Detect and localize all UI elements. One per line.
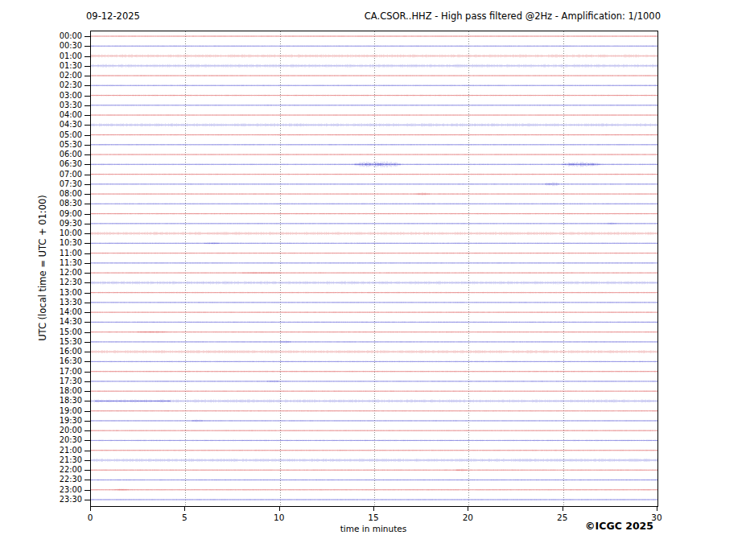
y-tick-label: 22:00 bbox=[2, 465, 82, 475]
x-tick-label: 25 bbox=[557, 513, 567, 522]
y-tick-mark bbox=[84, 66, 90, 67]
y-tick-mark bbox=[84, 293, 90, 294]
y-tick-mark bbox=[84, 430, 90, 431]
x-tick-mark bbox=[563, 506, 563, 511]
y-tick-mark bbox=[84, 154, 90, 155]
x-tick-label: 10 bbox=[274, 513, 284, 522]
y-tick-label: 15:00 bbox=[2, 327, 82, 337]
y-tick-label: 15:30 bbox=[2, 337, 82, 347]
y-tick-mark bbox=[84, 36, 90, 37]
y-tick-mark bbox=[84, 56, 90, 57]
y-tick-mark bbox=[84, 263, 90, 264]
y-tick-mark bbox=[84, 303, 90, 303]
plot-title: CA.CSOR..HHZ - High pass filtered @2Hz -… bbox=[365, 10, 661, 22]
y-tick-mark bbox=[84, 224, 90, 224]
x-tick-mark bbox=[657, 506, 657, 511]
x-tick-mark bbox=[90, 506, 91, 511]
y-tick-mark bbox=[84, 361, 90, 362]
y-tick-label: 09:30 bbox=[2, 219, 82, 229]
date-label: 09-12-2025 bbox=[86, 10, 140, 22]
y-tick-label: 04:00 bbox=[2, 110, 82, 120]
y-tick-mark bbox=[84, 490, 90, 491]
y-tick-label: 21:00 bbox=[2, 446, 82, 455]
y-tick-label: 19:30 bbox=[2, 416, 82, 426]
x-tick-mark bbox=[184, 506, 185, 511]
y-tick-mark bbox=[84, 391, 90, 392]
y-tick-mark bbox=[84, 421, 90, 422]
y-tick-label: 13:00 bbox=[2, 288, 82, 298]
y-tick-mark bbox=[84, 76, 90, 76]
y-tick-label: 20:00 bbox=[2, 426, 82, 435]
y-tick-mark bbox=[84, 243, 90, 244]
y-tick-mark bbox=[84, 322, 90, 323]
y-tick-label: 07:00 bbox=[2, 170, 82, 179]
y-tick-mark bbox=[84, 175, 90, 175]
x-tick-mark bbox=[279, 506, 280, 511]
y-tick-label: 02:00 bbox=[2, 71, 82, 80]
y-tick-label: 01:30 bbox=[2, 61, 82, 71]
y-tick-label: 17:30 bbox=[2, 377, 82, 386]
y-tick-mark bbox=[84, 273, 90, 274]
y-tick-mark bbox=[84, 233, 90, 234]
y-tick-mark bbox=[84, 381, 90, 382]
y-tick-label: 21:30 bbox=[2, 455, 82, 465]
y-tick-label: 06:00 bbox=[2, 150, 82, 159]
seismogram-traces-canvas bbox=[91, 31, 657, 506]
y-tick-mark bbox=[84, 411, 90, 412]
y-tick-label: 05:30 bbox=[2, 140, 82, 150]
y-tick-label: 06:30 bbox=[2, 159, 82, 169]
y-tick-label: 12:30 bbox=[2, 278, 82, 287]
y-tick-label: 00:30 bbox=[2, 41, 82, 51]
plot-area bbox=[90, 31, 658, 507]
x-axis-title: time in minutes bbox=[340, 524, 406, 533]
y-tick-label: 13:30 bbox=[2, 298, 82, 307]
y-tick-mark bbox=[84, 440, 90, 441]
y-tick-label: 12:00 bbox=[2, 268, 82, 278]
y-tick-mark bbox=[84, 352, 90, 352]
y-tick-label: 00:00 bbox=[2, 31, 82, 41]
y-tick-mark bbox=[84, 204, 90, 204]
y-tick-label: 10:00 bbox=[2, 229, 82, 238]
x-tick-label: 15 bbox=[368, 513, 378, 522]
y-tick-label: 23:30 bbox=[2, 495, 82, 504]
x-tick-label: 5 bbox=[182, 513, 188, 522]
y-tick-label: 08:30 bbox=[2, 199, 82, 208]
y-tick-label: 05:00 bbox=[2, 130, 82, 140]
y-tick-mark bbox=[84, 451, 90, 451]
y-tick-label: 09:00 bbox=[2, 209, 82, 219]
y-tick-mark bbox=[84, 253, 90, 254]
y-tick-label: 08:00 bbox=[2, 189, 82, 199]
y-tick-label: 19:00 bbox=[2, 406, 82, 416]
y-tick-mark bbox=[84, 480, 90, 480]
y-tick-mark bbox=[84, 470, 90, 471]
y-tick-label: 22:30 bbox=[2, 475, 82, 484]
y-tick-mark bbox=[84, 85, 90, 86]
y-tick-label: 11:30 bbox=[2, 258, 82, 268]
y-tick-mark bbox=[84, 145, 90, 146]
y-tick-label: 04:30 bbox=[2, 120, 82, 130]
y-tick-label: 20:30 bbox=[2, 435, 82, 445]
x-tick-label: 20 bbox=[463, 513, 473, 522]
y-tick-mark bbox=[84, 312, 90, 313]
y-tick-mark bbox=[84, 105, 90, 106]
y-tick-label: 11:00 bbox=[2, 249, 82, 258]
y-tick-label: 03:30 bbox=[2, 101, 82, 110]
y-tick-mark bbox=[84, 125, 90, 126]
y-tick-label: 03:00 bbox=[2, 91, 82, 101]
y-tick-label: 16:30 bbox=[2, 356, 82, 366]
y-tick-label: 14:00 bbox=[2, 307, 82, 317]
y-tick-mark bbox=[84, 184, 90, 185]
y-tick-label: 17:00 bbox=[2, 367, 82, 377]
x-tick-mark bbox=[468, 506, 468, 511]
y-tick-label: 14:30 bbox=[2, 317, 82, 327]
y-tick-mark bbox=[84, 500, 90, 500]
y-tick-mark bbox=[84, 46, 90, 47]
y-tick-mark bbox=[84, 194, 90, 195]
y-tick-label: 18:00 bbox=[2, 386, 82, 396]
y-tick-mark bbox=[84, 135, 90, 136]
y-tick-mark bbox=[84, 342, 90, 343]
y-tick-mark bbox=[84, 401, 90, 401]
y-tick-label: 01:00 bbox=[2, 51, 82, 61]
x-tick-mark bbox=[373, 506, 374, 511]
y-tick-label: 18:30 bbox=[2, 396, 82, 406]
